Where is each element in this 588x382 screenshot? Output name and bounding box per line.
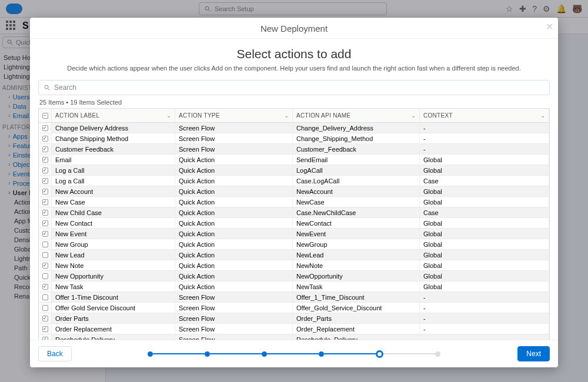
- row-checkbox[interactable]: [42, 231, 48, 237]
- row-checkbox-cell[interactable]: [39, 282, 52, 291]
- cell-context: Global: [420, 218, 549, 228]
- cell-context: Global: [420, 165, 549, 175]
- cell-type: Quick Action: [175, 155, 293, 165]
- table-row[interactable]: Offer Gold Service DiscountScreen FlowOf…: [39, 303, 549, 313]
- row-checkbox[interactable]: [42, 284, 48, 290]
- cell-api: Case.NewChildCase: [293, 207, 420, 217]
- cell-label: Offer 1-Time Discount: [52, 292, 175, 302]
- row-checkbox[interactable]: [42, 210, 48, 216]
- table-row[interactable]: Log a CallQuick ActionCase.LogACallCase: [39, 176, 549, 186]
- row-checkbox-cell[interactable]: [39, 165, 52, 175]
- cell-type: Screen Flow: [175, 144, 293, 154]
- chevron-down-icon: ⌄: [411, 112, 416, 119]
- row-checkbox-cell[interactable]: [39, 155, 52, 165]
- table-row[interactable]: Offer 1-Time DiscountScreen FlowOffer_1_…: [39, 292, 549, 303]
- cell-context: Global: [420, 197, 549, 207]
- row-checkbox[interactable]: [42, 294, 48, 300]
- row-checkbox-cell[interactable]: [39, 334, 52, 340]
- row-checkbox-cell[interactable]: [39, 260, 52, 270]
- action-search-placeholder: Search: [54, 83, 76, 92]
- cell-api: NewGroup: [293, 239, 420, 249]
- row-checkbox[interactable]: [42, 273, 48, 279]
- back-button[interactable]: Back: [38, 346, 72, 361]
- row-checkbox[interactable]: [42, 167, 48, 173]
- col-action-type[interactable]: Action Type⌄: [175, 109, 293, 122]
- table-row[interactable]: New ContactQuick ActionNewContactGlobal: [39, 218, 549, 229]
- row-checkbox[interactable]: [42, 178, 48, 184]
- table-row[interactable]: Change Delivery AddressScreen FlowChange…: [39, 123, 549, 133]
- table-row[interactable]: Reschedule DeliveryScreen FlowReschedule…: [39, 334, 549, 340]
- row-checkbox-cell[interactable]: [39, 218, 52, 228]
- close-icon[interactable]: ✕: [546, 21, 553, 32]
- row-checkbox-cell[interactable]: [39, 197, 52, 207]
- row-checkbox[interactable]: [42, 220, 48, 226]
- row-checkbox[interactable]: [42, 157, 48, 163]
- table-row[interactable]: EmailQuick ActionSendEmailGlobal: [39, 155, 549, 165]
- cell-api: Customer_Feedback: [293, 144, 420, 154]
- cell-api: Offer_Gold_Service_Discount: [293, 303, 420, 313]
- next-button[interactable]: Next: [517, 346, 550, 361]
- row-checkbox-cell[interactable]: [39, 123, 52, 133]
- step-6: [435, 351, 440, 357]
- select-all-cell[interactable]: −: [39, 109, 52, 122]
- row-checkbox[interactable]: [42, 305, 48, 311]
- row-checkbox[interactable]: [42, 316, 48, 321]
- row-checkbox[interactable]: [42, 263, 48, 269]
- cell-label: Customer Feedback: [52, 144, 175, 154]
- row-checkbox-cell[interactable]: [39, 250, 52, 260]
- row-checkbox-cell[interactable]: [39, 229, 52, 239]
- modal-scroll[interactable]: Select actions to add Decide which actio…: [30, 39, 558, 340]
- row-checkbox[interactable]: [42, 242, 48, 247]
- table-row[interactable]: New LeadQuick ActionNewLeadGlobal: [39, 250, 549, 260]
- row-checkbox-cell[interactable]: [39, 176, 52, 186]
- row-checkbox[interactable]: [42, 125, 48, 131]
- table-row[interactable]: New AccountQuick ActionNewAccountGlobal: [39, 186, 549, 197]
- cell-context: Global: [420, 229, 549, 239]
- row-checkbox[interactable]: [42, 199, 48, 205]
- cell-api: NewEvent: [293, 229, 420, 239]
- col-action-api[interactable]: Action API Name⌄: [293, 109, 420, 122]
- row-checkbox[interactable]: [42, 189, 48, 195]
- row-checkbox[interactable]: [42, 326, 48, 332]
- row-checkbox-cell[interactable]: [39, 239, 52, 249]
- cell-type: Quick Action: [175, 271, 293, 281]
- table-row[interactable]: New EventQuick ActionNewEventGlobal: [39, 229, 549, 239]
- action-search[interactable]: Search: [38, 80, 550, 95]
- row-checkbox-cell[interactable]: [39, 313, 52, 323]
- cell-type: Quick Action: [175, 229, 293, 239]
- cell-api: SendEmail: [293, 155, 420, 165]
- col-context[interactable]: Context⌄: [420, 109, 549, 122]
- cell-label: Log a Call: [52, 176, 175, 186]
- table-row[interactable]: Order PartsScreen FlowOrder_Parts-: [39, 313, 549, 324]
- row-checkbox-cell[interactable]: [39, 207, 52, 217]
- col-action-label[interactable]: Action Label⌄: [52, 109, 175, 122]
- table-row[interactable]: Order ReplacementScreen FlowOrder_Replac…: [39, 324, 549, 334]
- row-checkbox-cell[interactable]: [39, 186, 52, 196]
- table-row[interactable]: New TaskQuick ActionNewTaskGlobal: [39, 282, 549, 292]
- items-count: 25 Items • 19 Items Selected: [38, 98, 550, 108]
- cell-api: Case.LogACall: [293, 176, 420, 186]
- cell-context: Case: [420, 176, 549, 186]
- table-row[interactable]: New CaseQuick ActionNewCaseGlobal: [39, 197, 549, 207]
- row-checkbox-cell[interactable]: [39, 324, 52, 334]
- table-row[interactable]: Log a CallQuick ActionLogACallGlobal: [39, 165, 549, 176]
- row-checkbox-cell[interactable]: [39, 144, 52, 154]
- row-checkbox[interactable]: [42, 252, 48, 258]
- row-checkbox[interactable]: [42, 146, 48, 152]
- cell-type: Screen Flow: [175, 313, 293, 323]
- row-checkbox[interactable]: [42, 136, 48, 142]
- table-row[interactable]: Customer FeedbackScreen FlowCustomer_Fee…: [39, 144, 549, 155]
- modal-footer: Back Next: [30, 340, 558, 367]
- select-all-checkbox[interactable]: −: [42, 113, 48, 119]
- row-checkbox-cell[interactable]: [39, 271, 52, 281]
- table-row[interactable]: Change Shipping MethodScreen FlowChange_…: [39, 133, 549, 144]
- table-row[interactable]: New NoteQuick ActionNewNoteGlobal: [39, 260, 549, 271]
- table-row[interactable]: New OpportunityQuick ActionNewOpportunit…: [39, 271, 549, 282]
- select-heading: Select actions to add: [38, 47, 550, 61]
- table-row[interactable]: New Child CaseQuick ActionCase.NewChildC…: [39, 207, 549, 218]
- row-checkbox-cell[interactable]: [39, 292, 52, 302]
- row-checkbox-cell[interactable]: [39, 133, 52, 143]
- table-row[interactable]: New GroupQuick ActionNewGroupGlobal: [39, 239, 549, 250]
- cell-context: -: [420, 313, 549, 323]
- row-checkbox-cell[interactable]: [39, 303, 52, 313]
